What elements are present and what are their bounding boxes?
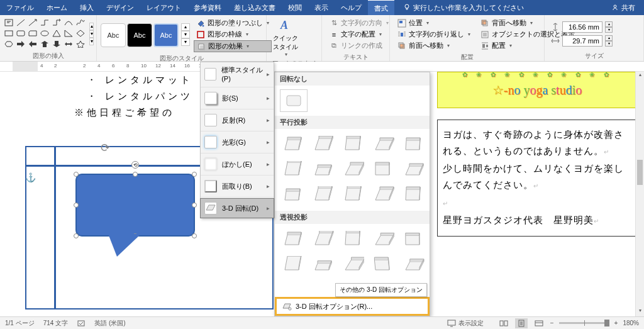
bring-forward-button[interactable]: 前面へ移動▾ — [395, 40, 473, 51]
rot-perspective-5[interactable] — [280, 254, 306, 276]
resize-handle-n[interactable] — [133, 172, 138, 177]
tab-view[interactable]: 表示 — [308, 0, 335, 15]
rot-parallel-11[interactable] — [310, 184, 336, 206]
shape-style-3[interactable]: Abc — [153, 23, 179, 47]
rot-parallel-0[interactable] — [280, 134, 306, 155]
shape-snip-icon[interactable] — [28, 29, 38, 38]
wrap-text-button[interactable]: 文字列の折り返し▾ — [395, 29, 473, 40]
rot-perspective-8[interactable] — [370, 254, 397, 276]
rot-parallel-2[interactable] — [340, 134, 367, 155]
display-settings[interactable]: 表示設定 — [447, 319, 484, 328]
tab-references[interactable]: 参考資料 — [187, 0, 228, 15]
rot-more-options[interactable]: 3-D 回転オプション(R)... — [275, 297, 430, 316]
tab-format[interactable]: 書式 — [368, 0, 394, 15]
selected-callout-shape[interactable]: ⟲ — [75, 174, 195, 237]
rot-parallel-12[interactable] — [340, 184, 367, 206]
tab-design[interactable]: デザイン — [100, 0, 140, 15]
horizontal-ruler[interactable]: 4 2 2 4 6 8 10 12 14 16 18 — [0, 62, 644, 72]
zoom-slider[interactable] — [559, 322, 609, 324]
rot-perspective-6[interactable] — [310, 254, 336, 276]
tab-file[interactable]: ファイル — [0, 0, 40, 15]
height-input[interactable] — [562, 21, 602, 33]
shape-style-scroll[interactable]: ▴▾▾ — [181, 23, 190, 47]
shape-textbox-icon[interactable] — [4, 18, 14, 27]
align-text-button[interactable]: ≡文字の配置▾ — [327, 29, 391, 40]
resize-handle-w[interactable] — [74, 203, 79, 208]
shape-oval-icon[interactable] — [40, 29, 50, 38]
fx-shadow[interactable]: 影(S)▸ — [201, 89, 274, 108]
shape-style-2[interactable]: Abc — [127, 23, 152, 47]
shape-elbow-icon[interactable] — [40, 18, 50, 27]
rot-perspective-2[interactable] — [340, 229, 367, 250]
view-web-layout[interactable] — [533, 318, 545, 328]
tab-review[interactable]: 校閲 — [282, 0, 308, 15]
fx-glow[interactable]: 光彩(G)▸ — [201, 133, 274, 152]
tell-me-search[interactable]: 実行したい作業を入力してください — [398, 3, 529, 13]
tab-insert[interactable]: 挿入 — [74, 0, 100, 15]
shape-elbow-arrow-icon[interactable] — [52, 18, 62, 27]
shape-arrow-lr-icon[interactable] — [64, 40, 74, 48]
fx-3d-rotation[interactable]: 3-D 回転(D)▸ — [200, 198, 274, 218]
zoom-level[interactable]: 180% — [623, 320, 639, 326]
fx-reflection[interactable]: 反射(R)▸ — [201, 111, 274, 130]
shape-triangle-icon[interactable] — [52, 29, 62, 38]
tab-mailings[interactable]: 差し込み文書 — [228, 0, 282, 15]
rot-perspective-1[interactable] — [310, 229, 336, 250]
shape-width-field[interactable]: ▴▾ — [551, 35, 613, 47]
shapes-gallery[interactable] — [3, 17, 88, 51]
rot-parallel-9[interactable] — [401, 159, 427, 181]
fx-bevel[interactable]: 面取り(B)▸ — [201, 177, 274, 196]
tab-help[interactable]: ヘルプ — [335, 0, 368, 15]
fx-preset[interactable]: 標準スタイル(P)▸ — [201, 62, 274, 86]
shape-rtriangle-icon[interactable] — [64, 29, 74, 38]
word-count[interactable]: 714 文字 — [43, 319, 68, 328]
rot-perspective-9[interactable] — [401, 254, 427, 276]
view-print-layout[interactable] — [515, 318, 528, 328]
fx-soft-edges[interactable]: ぼかし(E)▸ — [201, 155, 274, 174]
zoom-in-button[interactable]: + — [614, 320, 618, 326]
width-spinner[interactable]: ▴▾ — [605, 35, 613, 47]
tab-layout[interactable]: レイアウト — [140, 0, 187, 15]
rot-perspective-7[interactable] — [340, 254, 367, 276]
shape-outline-button[interactable]: 図形の枠線▾ — [194, 29, 272, 40]
width-input[interactable] — [562, 35, 602, 47]
shape-arrow-d-icon[interactable] — [52, 40, 62, 48]
shape-effects-button[interactable]: 図形の効果▾ — [194, 40, 272, 52]
resize-handle-nw[interactable] — [74, 172, 79, 177]
shape-line-icon[interactable] — [16, 18, 26, 27]
rot-perspective-4[interactable] — [401, 229, 427, 250]
rot-parallel-4[interactable] — [401, 134, 427, 155]
shape-fill-button[interactable]: 図形の塗りつぶし▾ — [194, 18, 272, 28]
view-read-mode[interactable] — [497, 318, 510, 328]
rot-parallel-1[interactable] — [310, 134, 336, 155]
rot-none-option[interactable] — [280, 89, 308, 112]
rot-parallel-3[interactable] — [370, 134, 397, 155]
rot-parallel-6[interactable] — [310, 159, 336, 181]
shape-line-arrow-icon[interactable] — [28, 18, 38, 27]
page-count[interactable]: 1/1 ページ — [5, 319, 35, 328]
shape-style-gallery[interactable]: Abc Abc Abc ▴▾▾ — [99, 22, 191, 48]
rot-parallel-14[interactable] — [401, 184, 427, 206]
resize-handle-s[interactable] — [133, 233, 138, 238]
shape-rect-icon[interactable] — [4, 29, 14, 38]
rot-parallel-13[interactable] — [370, 184, 397, 206]
share-button[interactable]: 共有 — [602, 3, 644, 13]
shape-arrow-u-icon[interactable] — [40, 40, 50, 48]
shape-diamond-icon[interactable] — [75, 29, 86, 38]
shape-curve-icon[interactable] — [64, 18, 74, 27]
resize-handle-e[interactable] — [192, 203, 197, 208]
shape-hex-icon[interactable] — [4, 40, 14, 48]
rot-parallel-8[interactable] — [370, 159, 397, 181]
position-button[interactable]: 位置▾ — [395, 18, 473, 28]
shape-star-icon[interactable] — [75, 40, 86, 48]
shape-roundrect-icon[interactable] — [16, 29, 26, 38]
shape-height-field[interactable]: ▴▾ — [551, 21, 613, 33]
rot-parallel-5[interactable] — [280, 159, 306, 181]
shape-style-1[interactable]: Abc — [101, 23, 126, 47]
rotation-handle[interactable]: ⟲ — [131, 161, 139, 169]
resize-handle-se[interactable] — [192, 233, 197, 238]
language-status[interactable]: 英語 (米国) — [94, 319, 125, 328]
shape-freeform-icon[interactable] — [75, 18, 86, 27]
yoga-body-textbox[interactable]: ヨガは、すぐ奇跡のように身体が改善される、というものではありません。↵ 少し時間… — [437, 120, 637, 237]
spell-check-icon[interactable] — [77, 319, 86, 328]
